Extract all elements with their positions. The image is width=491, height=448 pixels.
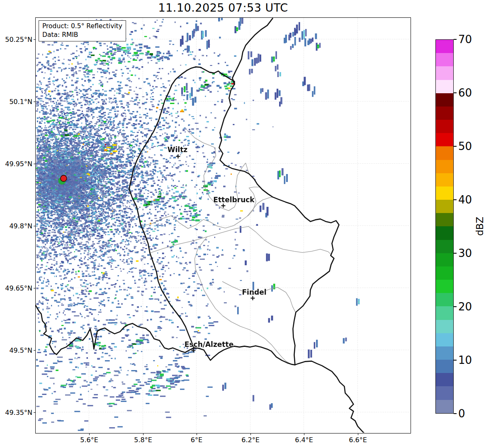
colorbar-segment xyxy=(436,146,453,160)
colorbar-segment xyxy=(436,386,453,400)
colorbar-segment xyxy=(436,107,453,120)
colorbar-tick-label: 0 xyxy=(458,407,465,420)
colorbar-segment xyxy=(436,200,453,213)
city-label: Wiltz xyxy=(168,145,187,154)
y-tick-label: 49.5°N xyxy=(0,346,32,354)
y-tick-mark xyxy=(34,226,35,226)
colorbar-tick-label: 20 xyxy=(458,300,472,313)
colorbar-segment xyxy=(436,133,453,146)
colorbar-segment xyxy=(436,226,453,240)
colorbar-tick-mark xyxy=(454,39,457,40)
colorbar-segment xyxy=(436,80,453,93)
y-tick-mark xyxy=(34,102,35,102)
x-tick-mark xyxy=(197,433,197,435)
colorbar-segment xyxy=(436,53,453,66)
colorbar-tick-mark xyxy=(454,146,457,147)
product-info-line2: Data: RMIB xyxy=(42,31,122,39)
colorbar-tick-label: 70 xyxy=(458,33,472,46)
colorbar-tick-label: 40 xyxy=(458,194,472,206)
colorbar-tick-mark xyxy=(454,306,457,307)
x-tick-mark xyxy=(143,433,143,435)
x-tick-label: 5.8°E xyxy=(134,436,152,444)
colorbar-segment xyxy=(436,93,453,107)
x-tick-label: 6.2°E xyxy=(241,436,260,444)
radar-echo-canvas xyxy=(36,18,410,433)
colorbar-segment xyxy=(436,400,453,413)
product-info-line1: Product: 0.5° Reflectivity xyxy=(42,22,122,31)
y-tick-label: 50.25°N xyxy=(0,36,32,44)
colorbar-segment xyxy=(436,346,453,360)
x-tick-mark xyxy=(358,433,358,435)
colorbar-segment xyxy=(436,360,453,373)
colorbar-tick-mark xyxy=(454,92,457,93)
y-tick-mark xyxy=(34,288,35,288)
colorbar-segment xyxy=(436,293,453,306)
colorbar-segment xyxy=(436,320,453,333)
colorbar-tick-label: 10 xyxy=(458,354,472,366)
map-plot-area: Product: 0.5° Reflectivity Data: RMIB Wi… xyxy=(35,17,411,433)
colorbar-segment xyxy=(436,186,453,200)
x-tick-label: 6.6°E xyxy=(349,436,367,444)
colorbar-segment xyxy=(436,160,453,173)
colorbar-tick-mark xyxy=(454,413,457,414)
y-tick-label: 49.8°N xyxy=(0,222,32,230)
product-info-box: Product: 0.5° Reflectivity Data: RMIB xyxy=(39,20,126,41)
colorbar-segment xyxy=(436,240,453,253)
city-label: Esch/Alzette xyxy=(185,340,233,349)
colorbar-segment xyxy=(436,306,453,320)
city-label: Findel xyxy=(242,288,266,296)
y-tick-label: 49.65°N xyxy=(0,284,32,292)
colorbar-segment xyxy=(436,266,453,280)
x-tick-mark xyxy=(304,433,304,435)
x-tick-mark xyxy=(89,433,90,435)
colorbar-segment xyxy=(436,173,453,186)
colorbar-segment xyxy=(436,66,453,80)
y-tick-label: 49.95°N xyxy=(0,160,32,168)
colorbar-tick-label: 50 xyxy=(458,140,472,153)
y-tick-mark xyxy=(34,412,35,413)
y-tick-mark xyxy=(34,39,35,40)
x-tick-label: 5.6°E xyxy=(80,436,98,444)
colorbar-segment xyxy=(436,253,453,266)
colorbar-tick-mark xyxy=(454,253,457,254)
radar-figure: 11.10.2025 07:53 UTC Product: 0.5° Refle… xyxy=(0,0,491,448)
y-tick-mark xyxy=(34,350,35,351)
colorbar-segment xyxy=(436,120,453,133)
colorbar-axis-label: dBZ xyxy=(474,217,485,236)
colorbar-segment xyxy=(436,213,453,226)
x-tick-mark xyxy=(250,433,251,435)
colorbar xyxy=(435,39,454,414)
colorbar-tick-label: 60 xyxy=(458,87,472,99)
figure-title: 11.10.2025 07:53 UTC xyxy=(35,1,411,14)
city-label: Ettelbruck xyxy=(213,196,254,204)
y-tick-mark xyxy=(34,164,35,164)
y-tick-label: 50.1°N xyxy=(0,98,32,106)
x-tick-label: 6°E xyxy=(191,436,202,444)
x-tick-label: 6.4°E xyxy=(295,436,313,444)
colorbar-segment xyxy=(436,333,453,346)
colorbar-segment xyxy=(436,373,453,386)
colorbar-segment xyxy=(436,280,453,293)
colorbar-tick-label: 30 xyxy=(458,247,472,259)
colorbar-tick-mark xyxy=(454,199,457,200)
y-tick-label: 49.35°N xyxy=(0,409,32,417)
colorbar-segment xyxy=(436,40,453,53)
colorbar-tick-mark xyxy=(454,360,457,361)
